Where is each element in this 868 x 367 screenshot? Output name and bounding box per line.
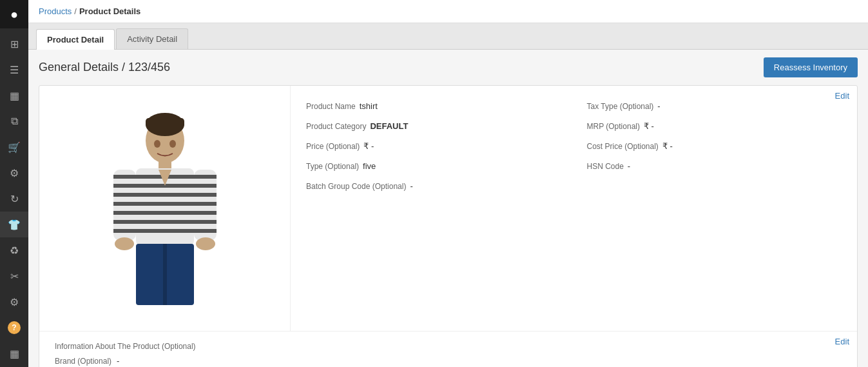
tax-type-value: - (657, 101, 660, 111)
breadcrumb-separator: / (74, 6, 77, 16)
product-card: Edit Product Name tshirt Tax T (39, 85, 858, 367)
price-label: Price (Optional) (306, 142, 360, 151)
svg-rect-20 (113, 229, 136, 233)
dashboard-icon: ⊞ (10, 38, 19, 50)
svg-rect-17 (113, 202, 136, 206)
svg-rect-10 (136, 220, 194, 224)
field-info: Information About The Product (Optional) (55, 342, 842, 351)
breadcrumb: Products / Product Details (28, 0, 868, 23)
tools-icon: ✂ (10, 270, 19, 283)
product-name-value: tshirt (360, 101, 378, 111)
sidebar-item-refresh[interactable]: ↻ (0, 186, 28, 212)
field-type: Type (Optional) five (306, 161, 561, 171)
type-label: Type (Optional) (306, 162, 359, 171)
sidebar-item-help[interactable]: ? (0, 315, 28, 341)
edit-link-top[interactable]: Edit (835, 91, 849, 101)
sidebar: ● ⊞ ☰ ▦ ⧉ 🛒 ⚙ ↻ 👕 ♻ ✂ ⚙ ? ▦ (0, 0, 28, 367)
field-batch-group: Batch Group Code (Optional) - (306, 181, 561, 191)
svg-rect-15 (113, 184, 136, 188)
type-value: five (363, 161, 376, 171)
settings-icon: ⚙ (10, 296, 19, 308)
product-name-label: Product Name (306, 102, 356, 111)
field-grid: Product Name tshirt Tax Type (Optional) … (306, 96, 842, 191)
sidebar-item-settings[interactable]: ⚙ (0, 289, 28, 315)
sidebar-item-tools[interactable]: ✂ (0, 263, 28, 289)
svg-rect-11 (136, 229, 194, 233)
field-tax-type: Tax Type (Optional) - (587, 101, 842, 111)
cart-icon: 🛒 (8, 141, 21, 154)
tab-activity-detail[interactable]: Activity Detail (116, 28, 188, 49)
svg-rect-19 (113, 220, 136, 224)
svg-rect-23 (194, 175, 217, 179)
breadcrumb-current: Product Details (79, 6, 140, 16)
svg-rect-16 (113, 193, 136, 197)
breadcrumb-link[interactable]: Products (39, 6, 72, 16)
sidebar-item-forklift[interactable]: ⚙ (0, 160, 28, 186)
product-card-top: Edit Product Name tshirt Tax T (39, 86, 857, 331)
hsn-value: - (628, 161, 630, 171)
mrp-value: ₹ - (644, 121, 654, 131)
sidebar-item-barcode[interactable]: ▦ (0, 83, 28, 108)
documents-icon: ☰ (10, 64, 19, 76)
field-mrp: MRP (Optional) ₹ - (587, 121, 842, 131)
help-icon: ? (8, 321, 21, 334)
field-product-category: Product Category DEFAULT (306, 121, 561, 131)
forklift-icon: ⚙ (10, 167, 19, 179)
tab-product-detail[interactable]: Product Detail (36, 29, 115, 50)
sidebar-item-chart[interactable]: ▦ (0, 341, 28, 366)
layers-icon: ⧉ (11, 115, 18, 127)
field-product-name: Product Name tshirt (306, 101, 561, 111)
tabs-bar: Product Detail Activity Detail (28, 23, 868, 50)
svg-point-21 (115, 237, 134, 250)
svg-rect-2 (146, 118, 184, 128)
sidebar-item-tshirt[interactable]: 👕 (0, 212, 28, 237)
batch-group-value: - (410, 181, 412, 191)
section-header: General Details / 123/456 Reassess Inven… (39, 57, 858, 77)
sidebar-logo: ● (0, 0, 28, 28)
reassess-inventory-button[interactable]: Reassess Inventory (764, 57, 858, 77)
svg-rect-28 (194, 220, 217, 224)
field-empty (587, 181, 842, 191)
product-card-bottom: Edit Information About The Product (Opti… (39, 331, 857, 367)
edit-link-bottom[interactable]: Edit (835, 337, 849, 346)
sidebar-item-cart[interactable]: 🛒 (0, 134, 28, 160)
field-price: Price (Optional) ₹ - (306, 141, 561, 151)
field-brand: Brand (Optional) - (55, 356, 842, 366)
sidebar-item-recycle[interactable]: ♻ (0, 237, 28, 263)
product-category-label: Product Category (306, 122, 366, 131)
chart-icon: ▦ (10, 348, 19, 360)
tax-type-label: Tax Type (Optional) (587, 102, 654, 111)
svg-rect-18 (113, 211, 136, 215)
batch-group-label: Batch Group Code (Optional) (306, 182, 406, 191)
svg-rect-29 (194, 229, 217, 233)
main-content: Products / Product Details Product Detai… (28, 0, 868, 367)
logo-icon: ● (10, 7, 18, 22)
brand-label: Brand (Optional) (55, 357, 111, 366)
product-image-area (39, 86, 291, 331)
mrp-label: MRP (Optional) (587, 122, 640, 131)
product-details-area: Edit Product Name tshirt Tax T (291, 86, 857, 331)
sidebar-item-documents[interactable]: ☰ (0, 57, 28, 83)
svg-rect-26 (194, 202, 217, 206)
svg-rect-25 (194, 193, 217, 197)
field-hsn: HSN Code - (587, 161, 842, 171)
price-value: ₹ - (363, 141, 374, 151)
section-title: General Details / 123/456 (39, 61, 170, 74)
hsn-label: HSN Code (587, 162, 624, 171)
cost-price-label: Cost Price (Optional) (587, 142, 659, 151)
product-image (101, 112, 229, 305)
product-category-value: DEFAULT (370, 121, 408, 131)
sidebar-item-dashboard[interactable]: ⊞ (0, 31, 28, 57)
svg-rect-24 (194, 184, 217, 188)
refresh-icon: ↻ (10, 193, 19, 205)
field-cost-price: Cost Price (Optional) ₹ - (587, 141, 842, 151)
recycle-icon: ♻ (10, 244, 19, 257)
svg-point-34 (169, 140, 176, 148)
brand-value: - (117, 356, 119, 366)
svg-rect-7 (136, 193, 194, 197)
tshirt-icon: 👕 (8, 219, 21, 231)
bottom-fields: Information About The Product (Optional)… (55, 339, 842, 367)
svg-rect-8 (136, 202, 194, 206)
svg-rect-3 (159, 160, 171, 170)
sidebar-item-layers[interactable]: ⧉ (0, 108, 28, 134)
